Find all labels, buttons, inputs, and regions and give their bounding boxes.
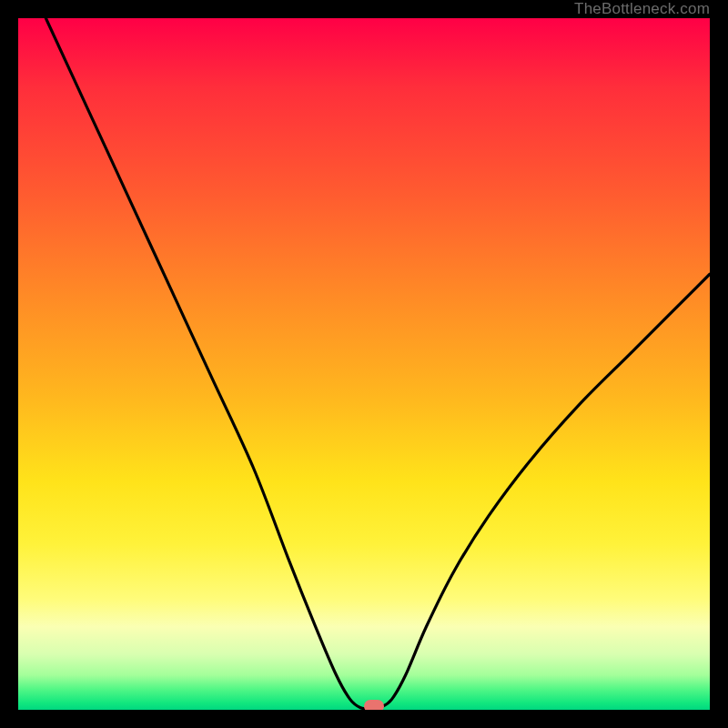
bottleneck-curve xyxy=(46,18,710,709)
chart-frame: TheBottleneck.com xyxy=(0,0,728,728)
plot-area xyxy=(18,18,710,710)
curve-svg xyxy=(18,18,710,710)
optimum-marker xyxy=(364,700,384,710)
watermark: TheBottleneck.com xyxy=(574,0,710,18)
